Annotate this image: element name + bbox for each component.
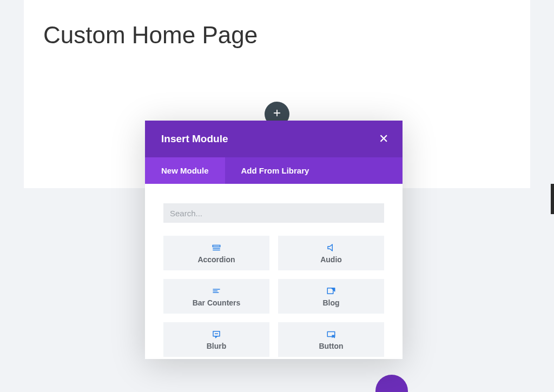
accordion-icon <box>212 243 221 253</box>
modal-title: Insert Module <box>161 133 228 145</box>
insert-module-modal: Insert Module ✕ New Module Add From Libr… <box>145 121 403 359</box>
svg-rect-2 <box>213 245 220 247</box>
modal-tabs: New Module Add From Library <box>145 157 403 184</box>
tab-add-from-library[interactable]: Add From Library <box>225 157 403 184</box>
modal-body: Accordion Audio Bar Counters Blog <box>145 184 403 359</box>
audio-icon <box>326 243 336 253</box>
tab-new-module[interactable]: New Module <box>145 157 225 184</box>
modal-header: Insert Module ✕ <box>145 121 403 157</box>
module-label: Blurb <box>207 342 227 350</box>
module-label: Button <box>319 342 343 350</box>
plus-icon <box>272 107 282 121</box>
module-tile-accordion[interactable]: Accordion <box>163 236 269 270</box>
button-icon <box>326 329 336 339</box>
blog-icon <box>326 286 336 296</box>
page-title: Custom Home Page <box>24 0 530 70</box>
search-container <box>163 203 384 223</box>
module-tile-blog[interactable]: Blog <box>278 279 384 314</box>
module-grid: Accordion Audio Bar Counters Blog <box>163 236 384 357</box>
module-tile-audio[interactable]: Audio <box>278 236 384 270</box>
close-icon: ✕ <box>379 132 388 145</box>
bar-counters-icon <box>212 286 221 296</box>
module-label: Audio <box>320 255 342 264</box>
module-label: Bar Counters <box>193 298 241 307</box>
close-button[interactable]: ✕ <box>379 133 388 145</box>
module-tile-bar-counters[interactable]: Bar Counters <box>163 279 269 314</box>
module-tile-button[interactable]: Button <box>278 322 384 357</box>
module-label: Blog <box>322 298 339 307</box>
blurb-icon <box>212 329 221 339</box>
builder-fab-button[interactable] <box>375 375 408 392</box>
module-label: Accordion <box>197 255 235 264</box>
search-input[interactable] <box>163 203 384 223</box>
modal-scrollbar-thumb[interactable] <box>551 184 554 214</box>
module-tile-blurb[interactable]: Blurb <box>163 322 269 357</box>
